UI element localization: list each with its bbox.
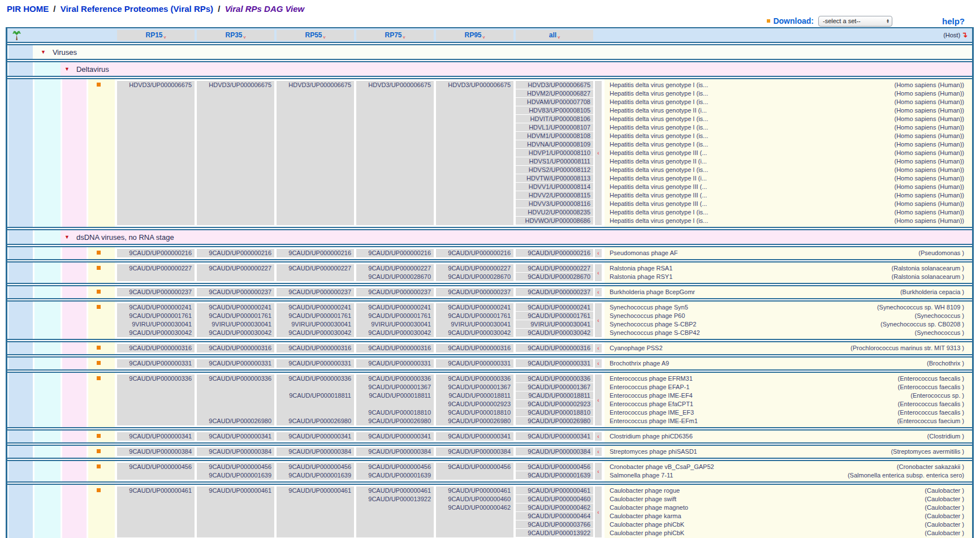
name-host-row: Hepatitis delta virus genotype I (is...(…	[610, 123, 964, 132]
proteome-id	[436, 217, 513, 225]
proteome-id: 9CAUD/UP000026980	[516, 417, 593, 425]
group-bullet-icon[interactable]	[97, 449, 101, 453]
name-host-row: Hepatitis delta virus genotype I (is...(…	[610, 89, 964, 98]
group-bullet-icon[interactable]	[97, 346, 101, 350]
group-bullet-icon[interactable]	[97, 464, 101, 468]
indent-strip	[88, 431, 115, 442]
host-name: (Brochothrix )	[927, 359, 964, 368]
breadcrumb-link-viral-rps[interactable]: Viral Reference Proteomes (Viral RPs)	[61, 4, 213, 14]
group-bullet-icon[interactable]	[97, 305, 101, 309]
proteome-id	[277, 191, 354, 200]
indent-strip	[34, 286, 61, 298]
sort-icon[interactable]: v	[403, 35, 405, 40]
name-host-area: Pseudomonas phage AF(Pseudomonas )	[605, 247, 972, 259]
proteome-id: HDVD3/UP000006675	[197, 81, 274, 89]
proteome-id: 9CAUD/UP000000237	[277, 288, 354, 296]
proteome-id: 9CAUD/UP000001367	[516, 383, 593, 391]
help-link[interactable]: help?	[942, 16, 965, 26]
sort-icon[interactable]: v	[483, 35, 485, 40]
proteome-id	[117, 383, 195, 391]
name-host-row: Hepatitis delta virus genotype I (is...(…	[610, 98, 964, 106]
collapse-triangle-icon[interactable]: ▼	[64, 66, 70, 72]
column-rp35: 9CAUD/UP000000461	[197, 487, 274, 537]
proteome-id: 9CAUD/UP000000341	[356, 432, 434, 441]
group-bullet-icon[interactable]	[97, 434, 101, 438]
name-host-row: Streptomyces phage phiSASD1(Streptomyces…	[610, 447, 964, 456]
proteome-id	[197, 200, 274, 208]
group-bullet-icon[interactable]	[97, 290, 101, 294]
virus-name: Hepatitis delta virus genotype I (is...	[610, 81, 708, 89]
proteome-id	[277, 512, 354, 520]
section-label[interactable]: Viruses	[53, 48, 77, 57]
proteome-id	[117, 123, 195, 132]
host-name: (Burkholderia cepacia )	[900, 288, 964, 296]
proteome-id: 9CAUD/UP000018811	[356, 391, 434, 400]
proteome-id: HDVM1/UP000008108	[516, 132, 593, 140]
host-name: (Enterococcus faecalis )	[898, 400, 964, 408]
group-bullet-icon[interactable]	[97, 251, 101, 255]
proteome-id: 9CAUD/UP000000462	[516, 503, 593, 512]
proteome-id	[117, 495, 195, 503]
proteome-id	[356, 529, 434, 537]
download-set-select[interactable]: -select a set-- ▲▼	[818, 16, 892, 27]
sort-icon[interactable]: v	[323, 35, 326, 40]
proteome-id	[436, 174, 513, 183]
group-bullet-icon[interactable]	[97, 488, 101, 492]
indent-strip	[88, 286, 115, 298]
proteome-group-row: 9CAUD/UP0000004569CAUD/UP0000004569CAUD/…	[7, 460, 972, 483]
name-host-row: Salmonella phage 7-11(Salmonella enteric…	[610, 471, 964, 480]
column-header-label[interactable]: RP55	[305, 31, 322, 39]
sort-icon[interactable]: v	[164, 35, 166, 40]
breadcrumb-link-pir-home[interactable]: PIR HOME	[7, 4, 49, 14]
host-name: (Enterococcus faecalis )	[898, 383, 964, 391]
proteome-id: 9CAUD/UP000000227	[117, 264, 195, 273]
column-header-label[interactable]: all	[549, 31, 556, 39]
select-stepper-icon: ▲▼	[886, 19, 890, 23]
proteome-id: 9CAUD/UP000018810	[356, 408, 434, 417]
name-host-row: Cronobacter phage vB_CsaP_GAP52(Cronobac…	[610, 463, 964, 471]
section-label[interactable]: dsDNA viruses, no RNA stage	[76, 233, 174, 242]
proteome-id: 9CAUD/UP000001639	[356, 471, 434, 480]
less-than-marker-icon: ‹	[597, 250, 599, 256]
marker-strip: ‹	[595, 487, 602, 537]
collapse-triangle-icon[interactable]: ▼	[41, 49, 46, 55]
column-all: 9CAUD/UP0000002279CAUD/UP000028670	[516, 264, 593, 281]
proteome-group-row: 9CAUD/UP0000002419CAUD/UP0000017619VIRU/…	[7, 300, 972, 340]
section-label[interactable]: Deltavirus	[76, 65, 109, 74]
host-name: (Caulobacter )	[925, 512, 964, 520]
proteome-id	[197, 166, 274, 174]
virus-name: Synechococcus phage S-CBP42	[610, 329, 700, 337]
proteome-id: HDVIT/UP000008106	[516, 115, 593, 123]
proteome-id	[197, 512, 274, 520]
group-bullet-icon[interactable]	[97, 266, 101, 270]
virus-name: Enterococcus phage IME-EFm1	[610, 417, 698, 425]
proteome-id	[277, 149, 354, 157]
name-host-area: Caulobacter phage rogue(Caulobacter )Cau…	[605, 485, 972, 538]
name-host-row: Hepatitis delta virus genotype III (...(…	[610, 149, 964, 157]
host-name: (Homo sapiens (Human))	[895, 81, 964, 89]
column-rp95: 9CAUD/UP000000456	[436, 463, 513, 480]
column-header-label[interactable]: RP75	[385, 31, 402, 39]
proteome-id	[197, 400, 274, 408]
group-bullet-icon[interactable]	[97, 83, 101, 87]
proteome-id	[277, 166, 354, 174]
group-bullet-icon[interactable]	[97, 361, 101, 365]
name-host-area: Synechococcus phage Syn5(Synechococcus s…	[605, 302, 972, 339]
host-sort-icon[interactable]: ↴	[961, 31, 968, 39]
column-header-label[interactable]: RP35	[225, 31, 242, 39]
host-name: (Homo sapiens (Human))	[895, 191, 964, 200]
group-bullet-icon[interactable]	[97, 376, 101, 380]
proteome-id: 9CAUD/UP000000384	[356, 447, 434, 456]
indent-strip	[62, 373, 87, 427]
proteome-id: 9CAUD/UP000026980	[356, 417, 434, 425]
tree-icon[interactable]	[12, 31, 21, 40]
sort-icon[interactable]: v	[244, 35, 246, 40]
column-header-label[interactable]: RP15	[145, 31, 162, 39]
collapse-triangle-icon[interactable]: ▼	[64, 234, 70, 240]
virus-name: Caulobacter phage rogue	[610, 487, 680, 495]
host-name: (Ralstonia solanacearum )	[892, 264, 964, 273]
column-header-label[interactable]: RP95	[464, 31, 481, 39]
sort-icon[interactable]: v	[558, 35, 560, 40]
proteome-id	[356, 166, 434, 174]
proteome-id	[356, 183, 434, 191]
